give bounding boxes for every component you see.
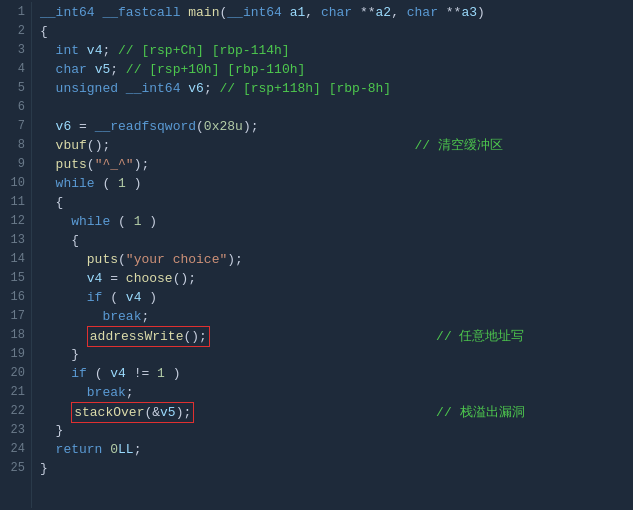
line-number: 3 — [0, 41, 25, 60]
code-line: } — [40, 459, 633, 478]
line-number: 23 — [0, 421, 25, 440]
line-number: 16 — [0, 288, 25, 307]
code-line: puts("your choice"); — [40, 250, 633, 269]
line-number: 15 — [0, 269, 25, 288]
code-line: } — [40, 421, 633, 440]
line-number: 14 — [0, 250, 25, 269]
code-line: addressWrite(); // 任意地址写 — [40, 326, 633, 345]
code-line: return 0LL; — [40, 440, 633, 459]
line-number: 21 — [0, 383, 25, 402]
line-number: 6 — [0, 98, 25, 117]
code-line: { — [40, 22, 633, 41]
line-number: 11 — [0, 193, 25, 212]
line-numbers: 1234567891011121314151617181920212223242… — [0, 2, 32, 508]
line-number: 10 — [0, 174, 25, 193]
line-number: 2 — [0, 22, 25, 41]
line-number: 18 — [0, 326, 25, 345]
line-number: 19 — [0, 345, 25, 364]
code-line: vbuf(); // 清空缓冲区 — [40, 136, 633, 155]
line-number: 8 — [0, 136, 25, 155]
line-number: 13 — [0, 231, 25, 250]
line-number: 1 — [0, 3, 25, 22]
code-line: v6 = __readfsqword(0x28u); — [40, 117, 633, 136]
line-number: 24 — [0, 440, 25, 459]
code-line: { — [40, 231, 633, 250]
code-line: char v5; // [rsp+10h] [rbp-110h] — [40, 60, 633, 79]
code-line: while ( 1 ) — [40, 174, 633, 193]
line-number: 20 — [0, 364, 25, 383]
code-line: stackOver(&v5); // 栈溢出漏洞 — [40, 402, 633, 421]
code-line: break; — [40, 307, 633, 326]
code-editor: 1234567891011121314151617181920212223242… — [0, 0, 633, 510]
code-line: v4 = choose(); — [40, 269, 633, 288]
line-number: 7 — [0, 117, 25, 136]
code-line: { — [40, 193, 633, 212]
line-number: 17 — [0, 307, 25, 326]
code-line: if ( v4 != 1 ) — [40, 364, 633, 383]
line-number: 5 — [0, 79, 25, 98]
code-line: puts("^_^"); — [40, 155, 633, 174]
line-number: 9 — [0, 155, 25, 174]
code-line: int v4; // [rsp+Ch] [rbp-114h] — [40, 41, 633, 60]
code-line: } — [40, 345, 633, 364]
code-content: __int64 __fastcall main(__int64 a1, char… — [32, 2, 633, 508]
code-line: if ( v4 ) — [40, 288, 633, 307]
code-line: __int64 __fastcall main(__int64 a1, char… — [40, 3, 633, 22]
line-number: 22 — [0, 402, 25, 421]
line-number: 25 — [0, 459, 25, 478]
code-line: unsigned __int64 v6; // [rsp+118h] [rbp-… — [40, 79, 633, 98]
code-line: while ( 1 ) — [40, 212, 633, 231]
code-line — [40, 98, 633, 117]
line-number: 12 — [0, 212, 25, 231]
line-number: 4 — [0, 60, 25, 79]
code-line: break; — [40, 383, 633, 402]
